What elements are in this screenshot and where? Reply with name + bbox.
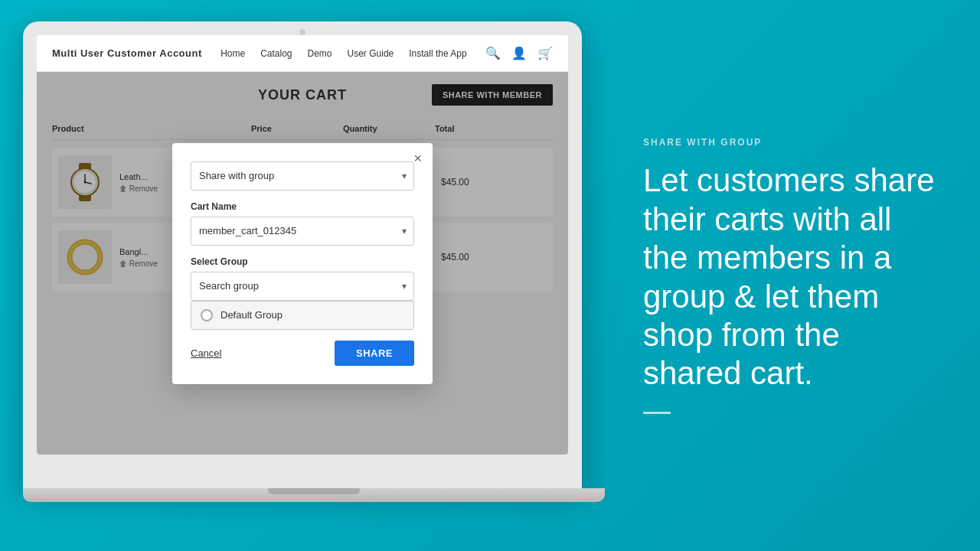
share-group-select[interactable]: Share with group bbox=[191, 161, 414, 191]
panel-subtitle: SHARE WITH GROUP bbox=[643, 137, 942, 148]
nav-install[interactable]: Install the App bbox=[409, 48, 466, 59]
cart-icon[interactable]: 🛒 bbox=[537, 46, 553, 60]
cart-name-select[interactable]: member_cart_012345 bbox=[191, 217, 414, 246]
user-icon[interactable]: 👤 bbox=[511, 46, 527, 60]
group-option-default[interactable]: Default Group bbox=[191, 302, 413, 329]
group-options-list: Default Group bbox=[191, 301, 414, 330]
store-header: Multi User Customer Account Home Catalog… bbox=[37, 35, 568, 72]
modal-overlay: × Share with group ▾ Cart Name bbox=[37, 72, 568, 455]
share-submit-button[interactable]: SHARE bbox=[335, 341, 414, 366]
panel-headline: Let customers share their carts with all… bbox=[643, 161, 942, 393]
share-group-wrapper: Share with group ▾ bbox=[191, 161, 414, 191]
store-icons: 🔍 👤 🛒 bbox=[485, 46, 553, 60]
modal-close-button[interactable]: × bbox=[413, 151, 422, 167]
nav-home[interactable]: Home bbox=[220, 48, 245, 59]
select-group-label: Select Group bbox=[191, 256, 414, 267]
laptop-wrapper: Multi User Customer Account Home Catalog… bbox=[23, 21, 605, 527]
store-nav: Home Catalog Demo User Guide Install the… bbox=[220, 48, 467, 59]
panel-divider bbox=[643, 412, 671, 414]
modal-footer: Cancel SHARE bbox=[191, 341, 414, 366]
cancel-button[interactable]: Cancel bbox=[191, 347, 221, 359]
laptop-base bbox=[23, 488, 605, 502]
search-icon[interactable]: 🔍 bbox=[485, 46, 501, 60]
cart-name-label: Cart Name bbox=[191, 201, 414, 212]
search-group-select[interactable]: Search group bbox=[191, 272, 414, 301]
laptop-notch bbox=[299, 29, 305, 35]
search-group-wrapper: Search group ▾ bbox=[191, 272, 414, 301]
nav-demo[interactable]: Demo bbox=[308, 48, 332, 59]
modal-dialog: × Share with group ▾ Cart Name bbox=[172, 143, 433, 384]
laptop-frame: Multi User Customer Account Home Catalog… bbox=[23, 21, 582, 488]
laptop-screen: Multi User Customer Account Home Catalog… bbox=[37, 35, 568, 455]
nav-user-guide[interactable]: User Guide bbox=[348, 48, 394, 59]
cart-content: YOUR CART SHARE WITH MEMBER Product Pric… bbox=[37, 72, 568, 455]
group-radio-default[interactable] bbox=[201, 309, 213, 321]
group-option-label-default: Default Group bbox=[220, 309, 283, 321]
right-panel: SHARE WITH GROUP Let customers share the… bbox=[605, 0, 980, 551]
store-logo: Multi User Customer Account bbox=[52, 47, 202, 59]
nav-catalog[interactable]: Catalog bbox=[260, 48, 292, 59]
cart-name-wrapper: member_cart_012345 ▾ bbox=[191, 217, 414, 246]
